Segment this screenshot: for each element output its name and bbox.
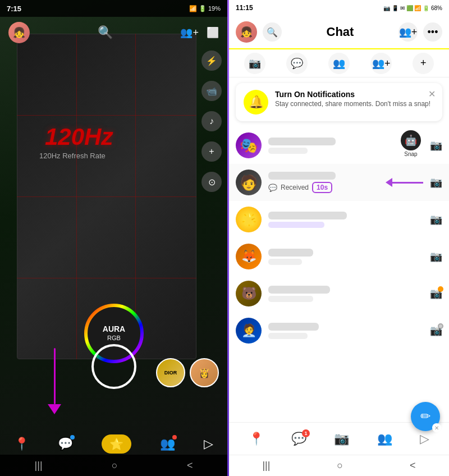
time-left: 7:15 (7, 4, 21, 13)
right-toolbar: ⚡ 📹 ♪ + ⊙ (201, 51, 222, 192)
chat-info-1 (268, 138, 423, 154)
chat-name-5-blur (268, 286, 330, 294)
svg-text:RGB: RGB (107, 335, 121, 341)
nav-chat-left[interactable]: 💬 (58, 437, 73, 451)
chat-item-2[interactable]: 🧑 💬 Received 10s 📷 (229, 164, 449, 201)
compose-close-badge: ✕ (432, 423, 441, 432)
sys-nav-left: ||| ○ < (0, 455, 227, 476)
camera-shutter[interactable] (91, 344, 136, 389)
status-bar-right: 11:15 📷 📱 ✉ 🟩 📶 🔋 68% (229, 0, 449, 16)
scan-icon[interactable]: ⬜ (207, 26, 219, 39)
nav-stories-right[interactable]: ▷ (420, 432, 429, 446)
chat-item[interactable]: 🎭 🤖 Snap 📷 (229, 127, 449, 164)
chat-dot (70, 435, 75, 440)
notification-content: Turn On Notifications Stay connected, sh… (275, 90, 434, 108)
back-btn-right[interactable]: < (410, 460, 416, 472)
home-btn-left[interactable]: ○ (112, 460, 118, 472)
chat-camera-icon-6[interactable]: 📷 (430, 324, 442, 337)
recent-apps-btn-left[interactable]: ||| (35, 460, 43, 472)
sys-nav-right: ||| ○ < (229, 455, 449, 476)
notification-close-button[interactable]: ✕ (428, 89, 436, 99)
notification-icon: 🔔 (244, 90, 268, 115)
nav-friends-left[interactable]: 👥 (160, 437, 175, 451)
arrow-head-left (386, 178, 392, 187)
story-character[interactable]: 👸 (190, 358, 219, 387)
chat-camera-icon-5[interactable]: 📷 (430, 287, 442, 300)
left-topbar: 👧 🔍 👥+ ⬜ (0, 17, 227, 48)
chat-item-3[interactable]: 🌟 📷 (229, 201, 449, 238)
add-friend-button-right[interactable]: 👥+ (398, 22, 418, 42)
svg-text:AURA: AURA (102, 324, 125, 333)
chat-info-5 (268, 286, 423, 302)
chat-name-6-blur (268, 323, 319, 331)
camera-badge-5 (438, 286, 443, 292)
avatar-right[interactable]: 👧 (236, 21, 257, 43)
notification-title: Turn On Notifications (275, 90, 434, 99)
nav-stories-left[interactable]: ▷ (204, 437, 213, 451)
search-icon[interactable]: 🔍 (98, 25, 113, 40)
home-btn-right[interactable]: ○ (337, 460, 343, 472)
nav-map-left[interactable]: 📍 (14, 437, 29, 451)
tab-chat[interactable]: 💬 (286, 53, 308, 74)
chat-avatar-1: 🎭 (236, 132, 262, 158)
nav-chat-right[interactable]: 💬 1 (291, 432, 306, 446)
chat-info-4 (268, 249, 423, 265)
arrow-shaft-horizontal (392, 182, 423, 184)
chat-info-6 (268, 323, 423, 339)
nav-spotlight-left[interactable]: ⭐ (102, 434, 131, 454)
search-button-right[interactable]: 🔍 (263, 22, 282, 42)
story-dior[interactable]: DIOR (156, 358, 185, 387)
status-icons-left: 📶 🔋 19% (189, 5, 221, 12)
received-text: Received (281, 184, 309, 191)
chat-msg-6-blur (268, 333, 308, 339)
logo-120hz: 120Hz (45, 123, 113, 150)
status-bar-left: 7:15 📶 🔋 19% (0, 0, 227, 17)
header-title-right: Chat (287, 25, 393, 39)
story-circles: DIOR 👸 (156, 358, 219, 387)
lens-icon[interactable]: ⊙ (201, 172, 222, 192)
flash-icon[interactable]: ⚡ (201, 51, 222, 71)
music-icon[interactable]: ♪ (201, 111, 222, 131)
tab-new[interactable]: + (413, 53, 434, 74)
nav-friends-right[interactable]: 👥 (377, 432, 392, 446)
nav-camera-right[interactable]: 📷 (334, 432, 349, 446)
right-header: 👧 🔍 Chat 👥+ ••• (229, 16, 449, 49)
add-friend-icon[interactable]: 👥+ (180, 26, 199, 39)
chat-item-4[interactable]: 🦊 📷 (229, 238, 449, 275)
logo-subtitle: 120Hz Refresh Rate (39, 152, 106, 160)
snap-label: Snap (404, 151, 417, 157)
tab-camera[interactable]: 📷 (244, 53, 265, 74)
recent-apps-btn-right[interactable]: ||| (262, 460, 270, 472)
chat-avatar-5: 🐻 (236, 281, 262, 306)
chat-msg-5-blur (268, 296, 313, 302)
tab-bar-right: 📷 💬 👥 👥+ + (229, 49, 449, 77)
back-btn-left[interactable]: < (187, 460, 193, 472)
avatar-left[interactable]: 👧 (8, 22, 30, 43)
sticker-icon[interactable]: + (201, 141, 222, 162)
chat-avatar-4: 🦊 (236, 244, 262, 269)
tab-add-group[interactable]: 👥+ (370, 53, 392, 74)
chat-camera-icon-2[interactable]: 📷 (430, 176, 442, 189)
chat-avatar-2: 🧑 (236, 170, 262, 195)
chat-item-5[interactable]: 🐻 📷 (229, 275, 449, 312)
friends-dot (172, 435, 177, 440)
chat-camera-icon-4[interactable]: 📷 (430, 250, 442, 263)
right-icons-left: 👥+ ⬜ (180, 26, 219, 39)
chat-item-6[interactable]: 🧑‍💼 📷 (229, 312, 449, 349)
tab-groups[interactable]: 👥 (328, 53, 350, 74)
more-options-button[interactable]: ••• (423, 22, 442, 42)
left-panel: 7:15 📶 🔋 19% 👧 🔍 👥+ ⬜ ⚡ 📹 ♪ + ⊙ 120Hz 12… (0, 0, 227, 476)
chat-avatar-3: 🌟 (236, 207, 262, 232)
chat-camera-icon-3[interactable]: 📷 (430, 213, 442, 226)
chat-camera-icon-1[interactable]: 📷 (430, 139, 442, 152)
chat-avatar-6: 🧑‍💼 (236, 318, 262, 344)
time-right: 11:15 (236, 4, 253, 12)
video-icon[interactable]: 📹 (201, 81, 222, 101)
nav-map-right[interactable]: 📍 (249, 432, 264, 446)
chat-name-4-blur (268, 249, 313, 257)
status-icons-right: 📷 📱 ✉ 🟩 📶 🔋 68% (383, 5, 442, 11)
chat-msg-3-blur (268, 222, 324, 228)
chat-name-2-blur (268, 172, 336, 180)
chat-info-3 (268, 212, 423, 228)
camera-badge-6 (438, 323, 443, 329)
